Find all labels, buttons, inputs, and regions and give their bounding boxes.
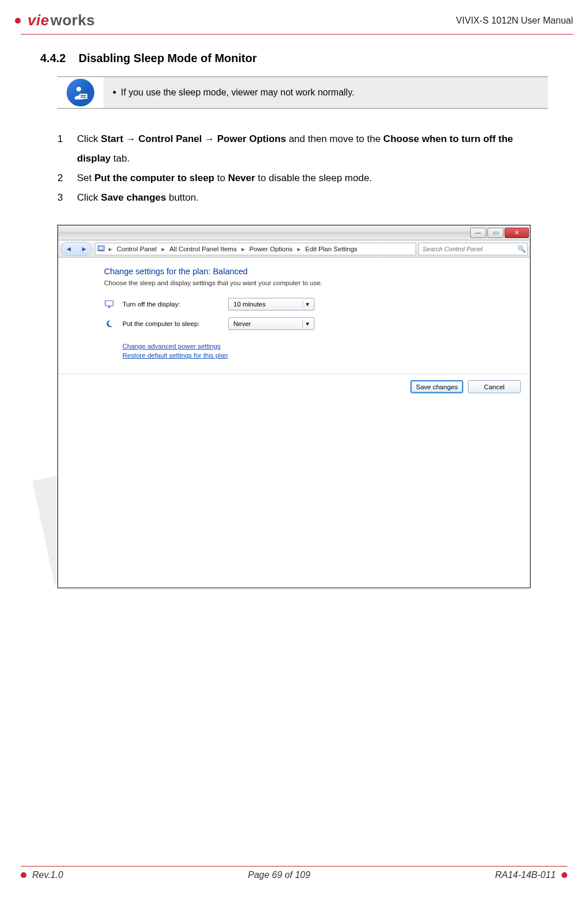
note-box: • If you use the sleep mode, viewer may … bbox=[57, 76, 548, 109]
minimize-button[interactable]: — bbox=[470, 228, 486, 238]
page-header: vieworks VIVIX-S 1012N User Manual bbox=[0, 0, 588, 33]
sleep-row: Put the computer to sleep: Never ▾ bbox=[104, 317, 530, 330]
breadcrumb-seg[interactable]: Edit Plan Settings bbox=[302, 246, 360, 252]
breadcrumb-seg[interactable]: Power Options bbox=[247, 246, 295, 252]
plan-title: Change settings for the plan: Balanced bbox=[104, 267, 530, 276]
plan-description: Choose the sleep and display settings th… bbox=[104, 279, 530, 286]
cancel-button[interactable]: Cancel bbox=[468, 380, 521, 393]
step-number: 2 bbox=[57, 168, 67, 188]
svg-point-0 bbox=[76, 87, 81, 91]
section-number: 4.4.2 bbox=[40, 52, 66, 64]
chevron-right-icon: ▸ bbox=[107, 245, 114, 253]
footer-page: Page 69 of 109 bbox=[248, 870, 310, 880]
moon-icon bbox=[104, 319, 114, 329]
breadcrumb[interactable]: ▸ Control Panel ▸ All Control Panel Item… bbox=[95, 243, 416, 255]
header-dot-icon bbox=[15, 18, 21, 24]
maximize-button[interactable]: ▭ bbox=[487, 228, 504, 238]
step-number: 1 bbox=[57, 129, 67, 168]
bullet-dot-icon: • bbox=[113, 87, 116, 98]
step-2: 2 Set Put the computer to sleep to Never… bbox=[57, 168, 548, 188]
window-titlebar: — ▭ ✕ bbox=[58, 225, 530, 240]
logo-part-2: works bbox=[51, 11, 95, 29]
search-field[interactable]: 🔍 bbox=[418, 243, 528, 255]
address-bar: ◄ ► ▸ Control Panel ▸ All Control Panel … bbox=[58, 240, 530, 258]
svg-rect-1 bbox=[79, 94, 87, 99]
monitor-icon bbox=[104, 299, 114, 309]
logo-part-1: vie bbox=[28, 11, 49, 29]
footer-dot-icon bbox=[21, 872, 26, 878]
chevron-down-icon: ▾ bbox=[302, 320, 312, 328]
step-number: 3 bbox=[57, 188, 67, 208]
breadcrumb-seg[interactable]: All Control Panel Items bbox=[167, 246, 240, 252]
dropdown-value: 10 minutes bbox=[233, 301, 266, 308]
note-text: If you use the sleep mode, viewer may no… bbox=[121, 87, 354, 98]
restore-defaults-link[interactable]: Restore default settings for this plan bbox=[122, 352, 530, 359]
chevron-right-icon: ▸ bbox=[240, 245, 247, 253]
search-input[interactable] bbox=[419, 246, 516, 252]
back-arrow-icon: ◄ bbox=[66, 245, 72, 253]
footer-code: RA14-14B-011 bbox=[495, 870, 556, 880]
control-panel-icon bbox=[95, 245, 107, 253]
search-icon: 🔍 bbox=[516, 245, 527, 253]
footer-rev: Rev.1.0 bbox=[32, 870, 63, 880]
sleep-dropdown[interactable]: Never ▾ bbox=[228, 317, 314, 330]
turn-off-display-row: Turn off the display: 10 minutes ▾ bbox=[104, 298, 530, 310]
advanced-settings-link[interactable]: Change advanced power settings bbox=[122, 343, 530, 350]
section-title-text: Disabling Sleep Mode of Monitor bbox=[79, 52, 257, 64]
save-changes-button[interactable]: Save changes bbox=[410, 380, 463, 393]
chevron-right-icon: ▸ bbox=[160, 245, 167, 253]
forward-arrow-icon: ► bbox=[81, 245, 88, 253]
page-footer: Rev.1.0 Page 69 of 109 RA14-14B-011 bbox=[0, 866, 588, 880]
reading-icon bbox=[67, 79, 94, 106]
dropdown-value: Never bbox=[233, 320, 251, 327]
svg-rect-6 bbox=[105, 301, 113, 306]
turn-off-display-dropdown[interactable]: 10 minutes ▾ bbox=[228, 298, 314, 310]
brand-logo: vieworks bbox=[28, 11, 95, 29]
windows-screenshot: — ▭ ✕ ◄ ► ▸ Control Panel ▸ All Control … bbox=[57, 225, 531, 588]
sleep-label: Put the computer to sleep: bbox=[122, 320, 220, 327]
footer-dot-icon bbox=[562, 872, 567, 878]
svg-rect-5 bbox=[99, 246, 104, 250]
section-heading: 4.4.2 Disabling Sleep Mode of Monitor bbox=[40, 52, 548, 65]
turn-off-label: Turn off the display: bbox=[122, 301, 220, 308]
close-button[interactable]: ✕ bbox=[505, 228, 529, 238]
nav-back-forward[interactable]: ◄ ► bbox=[60, 242, 93, 256]
svg-rect-7 bbox=[108, 306, 110, 308]
step-1: 1 Click Start → Control Panel → Power Op… bbox=[57, 129, 548, 168]
manual-title: VIVIX-S 1012N User Manual bbox=[456, 16, 573, 26]
button-bar: Save changes Cancel bbox=[58, 374, 530, 393]
steps-list: 1 Click Start → Control Panel → Power Op… bbox=[57, 129, 548, 208]
chevron-down-icon: ▾ bbox=[302, 300, 312, 308]
chevron-right-icon: ▸ bbox=[295, 245, 302, 253]
step-3: 3 Click Save changes button. bbox=[57, 188, 548, 208]
breadcrumb-seg[interactable]: Control Panel bbox=[114, 246, 160, 252]
